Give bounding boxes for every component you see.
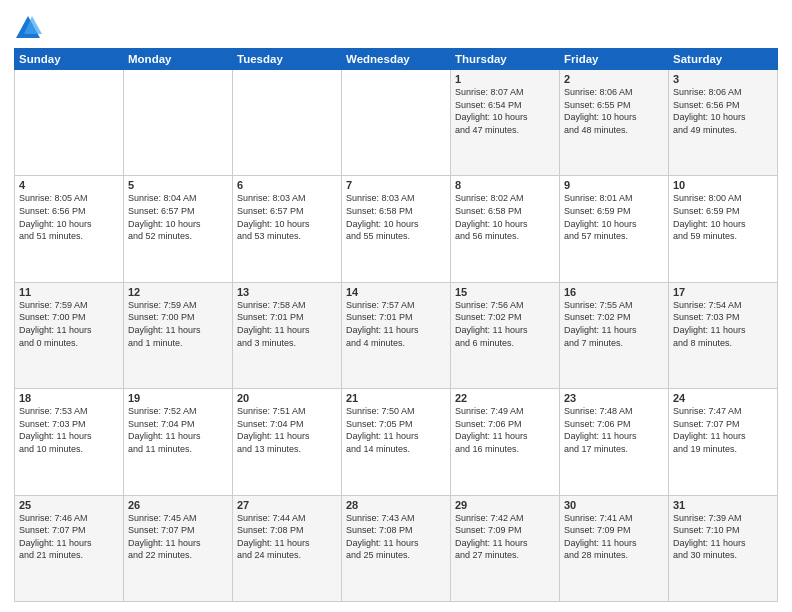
day-info: Sunrise: 8:03 AM Sunset: 6:58 PM Dayligh… (346, 192, 446, 242)
day-info: Sunrise: 7:59 AM Sunset: 7:00 PM Dayligh… (19, 299, 119, 349)
day-info: Sunrise: 8:01 AM Sunset: 6:59 PM Dayligh… (564, 192, 664, 242)
day-info: Sunrise: 7:55 AM Sunset: 7:02 PM Dayligh… (564, 299, 664, 349)
day-info: Sunrise: 8:06 AM Sunset: 6:55 PM Dayligh… (564, 86, 664, 136)
day-info: Sunrise: 7:42 AM Sunset: 7:09 PM Dayligh… (455, 512, 555, 562)
day-number: 25 (19, 499, 119, 511)
header (14, 10, 778, 42)
day-number: 6 (237, 179, 337, 191)
calendar-cell: 12Sunrise: 7:59 AM Sunset: 7:00 PM Dayli… (124, 282, 233, 388)
week-row-2: 11Sunrise: 7:59 AM Sunset: 7:00 PM Dayli… (15, 282, 778, 388)
calendar-cell: 1Sunrise: 8:07 AM Sunset: 6:54 PM Daylig… (451, 70, 560, 176)
calendar-cell: 24Sunrise: 7:47 AM Sunset: 7:07 PM Dayli… (669, 389, 778, 495)
calendar-cell: 13Sunrise: 7:58 AM Sunset: 7:01 PM Dayli… (233, 282, 342, 388)
calendar-cell: 26Sunrise: 7:45 AM Sunset: 7:07 PM Dayli… (124, 495, 233, 601)
day-info: Sunrise: 8:07 AM Sunset: 6:54 PM Dayligh… (455, 86, 555, 136)
day-info: Sunrise: 7:57 AM Sunset: 7:01 PM Dayligh… (346, 299, 446, 349)
calendar-cell: 5Sunrise: 8:04 AM Sunset: 6:57 PM Daylig… (124, 176, 233, 282)
day-number: 10 (673, 179, 773, 191)
day-number: 26 (128, 499, 228, 511)
calendar-cell: 10Sunrise: 8:00 AM Sunset: 6:59 PM Dayli… (669, 176, 778, 282)
col-header-friday: Friday (560, 49, 669, 70)
day-info: Sunrise: 7:58 AM Sunset: 7:01 PM Dayligh… (237, 299, 337, 349)
day-info: Sunrise: 8:06 AM Sunset: 6:56 PM Dayligh… (673, 86, 773, 136)
calendar-cell: 18Sunrise: 7:53 AM Sunset: 7:03 PM Dayli… (15, 389, 124, 495)
day-number: 29 (455, 499, 555, 511)
day-number: 5 (128, 179, 228, 191)
calendar-cell: 4Sunrise: 8:05 AM Sunset: 6:56 PM Daylig… (15, 176, 124, 282)
calendar-cell: 29Sunrise: 7:42 AM Sunset: 7:09 PM Dayli… (451, 495, 560, 601)
day-info: Sunrise: 8:00 AM Sunset: 6:59 PM Dayligh… (673, 192, 773, 242)
day-number: 2 (564, 73, 664, 85)
day-number: 9 (564, 179, 664, 191)
day-number: 1 (455, 73, 555, 85)
calendar-cell: 17Sunrise: 7:54 AM Sunset: 7:03 PM Dayli… (669, 282, 778, 388)
day-info: Sunrise: 8:03 AM Sunset: 6:57 PM Dayligh… (237, 192, 337, 242)
day-number: 17 (673, 286, 773, 298)
day-number: 16 (564, 286, 664, 298)
day-info: Sunrise: 7:52 AM Sunset: 7:04 PM Dayligh… (128, 405, 228, 455)
day-number: 23 (564, 392, 664, 404)
calendar-cell: 27Sunrise: 7:44 AM Sunset: 7:08 PM Dayli… (233, 495, 342, 601)
logo-icon (14, 14, 42, 42)
day-number: 21 (346, 392, 446, 404)
calendar-cell: 14Sunrise: 7:57 AM Sunset: 7:01 PM Dayli… (342, 282, 451, 388)
day-info: Sunrise: 8:05 AM Sunset: 6:56 PM Dayligh… (19, 192, 119, 242)
calendar-cell: 30Sunrise: 7:41 AM Sunset: 7:09 PM Dayli… (560, 495, 669, 601)
day-number: 28 (346, 499, 446, 511)
week-row-4: 25Sunrise: 7:46 AM Sunset: 7:07 PM Dayli… (15, 495, 778, 601)
day-info: Sunrise: 7:56 AM Sunset: 7:02 PM Dayligh… (455, 299, 555, 349)
calendar-cell (124, 70, 233, 176)
day-info: Sunrise: 7:39 AM Sunset: 7:10 PM Dayligh… (673, 512, 773, 562)
day-info: Sunrise: 7:47 AM Sunset: 7:07 PM Dayligh… (673, 405, 773, 455)
col-header-saturday: Saturday (669, 49, 778, 70)
day-number: 12 (128, 286, 228, 298)
calendar-body: 1Sunrise: 8:07 AM Sunset: 6:54 PM Daylig… (15, 70, 778, 602)
header-row: SundayMondayTuesdayWednesdayThursdayFrid… (15, 49, 778, 70)
calendar-cell: 31Sunrise: 7:39 AM Sunset: 7:10 PM Dayli… (669, 495, 778, 601)
col-header-wednesday: Wednesday (342, 49, 451, 70)
col-header-monday: Monday (124, 49, 233, 70)
calendar-cell (15, 70, 124, 176)
calendar-cell: 25Sunrise: 7:46 AM Sunset: 7:07 PM Dayli… (15, 495, 124, 601)
day-number: 24 (673, 392, 773, 404)
day-info: Sunrise: 7:46 AM Sunset: 7:07 PM Dayligh… (19, 512, 119, 562)
calendar-cell: 16Sunrise: 7:55 AM Sunset: 7:02 PM Dayli… (560, 282, 669, 388)
day-info: Sunrise: 7:43 AM Sunset: 7:08 PM Dayligh… (346, 512, 446, 562)
day-number: 18 (19, 392, 119, 404)
calendar-cell: 19Sunrise: 7:52 AM Sunset: 7:04 PM Dayli… (124, 389, 233, 495)
calendar-cell: 15Sunrise: 7:56 AM Sunset: 7:02 PM Dayli… (451, 282, 560, 388)
day-info: Sunrise: 7:49 AM Sunset: 7:06 PM Dayligh… (455, 405, 555, 455)
day-info: Sunrise: 7:41 AM Sunset: 7:09 PM Dayligh… (564, 512, 664, 562)
day-info: Sunrise: 8:02 AM Sunset: 6:58 PM Dayligh… (455, 192, 555, 242)
logo (14, 14, 44, 42)
day-number: 7 (346, 179, 446, 191)
calendar-cell (233, 70, 342, 176)
col-header-tuesday: Tuesday (233, 49, 342, 70)
page: SundayMondayTuesdayWednesdayThursdayFrid… (0, 0, 792, 612)
calendar-cell: 9Sunrise: 8:01 AM Sunset: 6:59 PM Daylig… (560, 176, 669, 282)
day-number: 30 (564, 499, 664, 511)
calendar-cell: 8Sunrise: 8:02 AM Sunset: 6:58 PM Daylig… (451, 176, 560, 282)
calendar-cell (342, 70, 451, 176)
week-row-0: 1Sunrise: 8:07 AM Sunset: 6:54 PM Daylig… (15, 70, 778, 176)
week-row-1: 4Sunrise: 8:05 AM Sunset: 6:56 PM Daylig… (15, 176, 778, 282)
day-info: Sunrise: 7:45 AM Sunset: 7:07 PM Dayligh… (128, 512, 228, 562)
day-number: 15 (455, 286, 555, 298)
day-number: 27 (237, 499, 337, 511)
day-info: Sunrise: 7:44 AM Sunset: 7:08 PM Dayligh… (237, 512, 337, 562)
day-info: Sunrise: 7:59 AM Sunset: 7:00 PM Dayligh… (128, 299, 228, 349)
day-number: 8 (455, 179, 555, 191)
day-info: Sunrise: 8:04 AM Sunset: 6:57 PM Dayligh… (128, 192, 228, 242)
day-number: 4 (19, 179, 119, 191)
day-info: Sunrise: 7:53 AM Sunset: 7:03 PM Dayligh… (19, 405, 119, 455)
day-number: 31 (673, 499, 773, 511)
col-header-thursday: Thursday (451, 49, 560, 70)
col-header-sunday: Sunday (15, 49, 124, 70)
day-info: Sunrise: 7:51 AM Sunset: 7:04 PM Dayligh… (237, 405, 337, 455)
day-number: 22 (455, 392, 555, 404)
calendar-cell: 28Sunrise: 7:43 AM Sunset: 7:08 PM Dayli… (342, 495, 451, 601)
calendar-cell: 21Sunrise: 7:50 AM Sunset: 7:05 PM Dayli… (342, 389, 451, 495)
day-number: 19 (128, 392, 228, 404)
day-number: 3 (673, 73, 773, 85)
calendar-cell: 7Sunrise: 8:03 AM Sunset: 6:58 PM Daylig… (342, 176, 451, 282)
